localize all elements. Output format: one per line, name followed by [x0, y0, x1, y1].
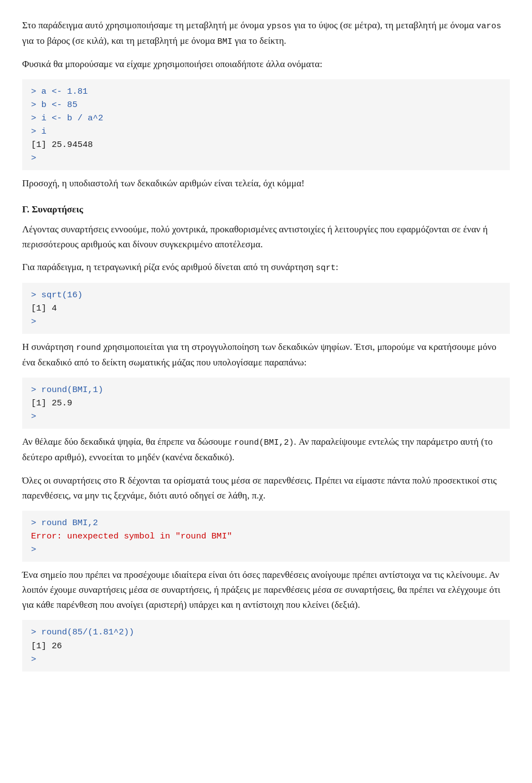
decimal-note: Προσοχή, η υποδιαστολή των δεκαδικών αρι…: [22, 176, 510, 191]
sqrt-intro-pre: Για παράδειγμα, η τετραγωνική ρίζα ενός …: [22, 262, 316, 272]
code-block-2: > sqrt(16) [1] 4 >: [22, 283, 510, 334]
code-block-3: > round(BMI,1) [1] 25.9 >: [22, 378, 510, 429]
var-varos: varos: [476, 22, 501, 31]
round2-note-pre: Αν θέλαμε δύο δεκαδικά ψηφία, θα έπρεπε …: [22, 436, 234, 447]
code-prompt-end-5: >: [31, 654, 36, 664]
round2-note: Αν θέλαμε δύο δεκαδικά ψηφία, θα έπρεπε …: [22, 434, 510, 465]
code-prompt-1: > a <- 1.81 > b <- 85 > i <- b / a^2 > i: [31, 87, 103, 136]
round-inline: round: [76, 343, 101, 353]
var-bmi: BMI: [217, 37, 232, 47]
intro-text-2: για το ύψος (σε μέτρα), τη μεταβλητή με …: [291, 20, 477, 30]
code-prompt-end-2: >: [31, 317, 36, 327]
sqrt-inline: sqrt: [316, 263, 336, 273]
intro-text-3: για το βάρος (σε κιλά), και τη μεταβλητή…: [22, 35, 217, 46]
code-prompt-4: > round BMI,2: [31, 518, 98, 528]
code-prompt-5: > round(85/(1.81^2)): [31, 627, 134, 637]
code-block-1: > a <- 1.81 > b <- 85 > i <- b / a^2 > i…: [22, 79, 510, 170]
code-prompt-end-4: >: [31, 545, 36, 555]
var-ypsos: ypsos: [267, 22, 291, 31]
natural-names-intro: Φυσικά θα μπορούσαμε να είχαμε χρησιμοπο…: [22, 57, 510, 72]
code-output-3: [1] 25.9: [31, 398, 72, 408]
code-error-4: Error: unexpected symbol in "round BMI": [31, 531, 232, 541]
code-prompt-3: > round(BMI,1): [31, 385, 103, 395]
code-output-1: [1] 25.94548: [31, 140, 93, 150]
functions-intro: Λέγοντας συναρτήσεις εννοούμε, πολύ χοντ…: [22, 222, 510, 252]
intro-text-1: Στο παράδειγμα αυτό χρησιμοποιήσαμε τη μ…: [22, 20, 267, 30]
round-intro: Η συνάρτηση round χρησιμοποιείται για τη…: [22, 339, 510, 370]
intro-paragraph: Στο παράδειγμα αυτό χρησιμοποιήσαμε τη μ…: [22, 18, 510, 49]
code-prompt-end-3: >: [31, 411, 36, 421]
code-prompt-2: > sqrt(16): [31, 290, 83, 300]
code-block-4: > round BMI,2 Error: unexpected symbol i…: [22, 511, 510, 562]
section-heading-functions: Γ. Συναρτήσεις: [22, 202, 510, 217]
intro-text-4: για το δείκτη.: [232, 35, 286, 46]
matching-parens-note: Ένα σημείο που πρέπει να προσέχουμε ιδια…: [22, 567, 510, 613]
code-block-5: > round(85/(1.81^2)) [1] 26 >: [22, 620, 510, 671]
code-output-5: [1] 26: [31, 641, 62, 651]
round-intro-pre: Η συνάρτηση: [22, 342, 76, 352]
round2-inline: round(BMI,2): [234, 438, 294, 448]
sqrt-intro: Για παράδειγμα, η τετραγωνική ρίζα ενός …: [22, 260, 510, 275]
code-prompt-end-1: >: [31, 153, 36, 163]
parentheses-note: Όλες οι συναρτήσεις στο R δέχονται τα ορ…: [22, 473, 510, 503]
sqrt-intro-post: :: [336, 262, 339, 272]
code-output-2: [1] 4: [31, 303, 57, 313]
